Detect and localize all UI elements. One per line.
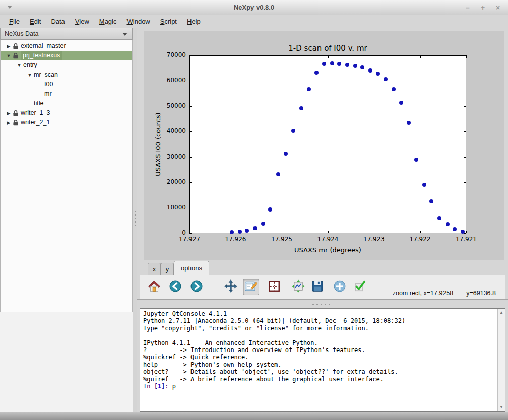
splitter-grip [312, 304, 333, 305]
tab-y[interactable]: y [161, 263, 174, 275]
menu-item-file[interactable]: File [4, 16, 25, 27]
tree-item-title[interactable]: title [1, 99, 132, 108]
console-input[interactable]: p [172, 383, 176, 390]
data-point [276, 172, 280, 176]
tick-mark [328, 231, 329, 233]
tick-mark [464, 233, 466, 234]
data-point [384, 77, 388, 81]
data-point [392, 87, 396, 91]
tick-mark [189, 208, 192, 208]
data-point [376, 72, 380, 76]
tree-item-I00[interactable]: I00 [1, 80, 132, 89]
menu-item-edit[interactable]: Edit [25, 16, 46, 27]
menu-item-window[interactable]: Window [122, 16, 155, 27]
customize-icon [292, 279, 305, 295]
save-button[interactable] [309, 279, 326, 295]
menu-item-magic[interactable]: Magic [94, 16, 122, 27]
data-point [337, 62, 341, 66]
menu-item-help[interactable]: Help [182, 16, 206, 27]
expander-collapsed-icon[interactable]: ▶ [5, 111, 13, 116]
console-text[interactable]: Jupyter QtConsole 4.1.1Python 2.7.11 |An… [140, 309, 497, 411]
menu-item-script[interactable]: Script [155, 16, 182, 27]
tick-mark [464, 131, 466, 132]
expander-expanded-icon[interactable]: ▼ [5, 53, 13, 58]
data-point [253, 226, 257, 230]
tree-item-mr_scan[interactable]: ▼mr_scan [1, 70, 132, 80]
data-point [314, 71, 319, 75]
main-panel: 1-D scan of I00 v. mr 17.92717.92617.925… [137, 28, 508, 412]
tree-item-external_master[interactable]: ▶external_master [1, 41, 132, 51]
console-scrollbar[interactable]: ▲ ▼ [497, 309, 505, 411]
customize-button[interactable] [290, 279, 306, 295]
y-tick-label: 10000 [144, 204, 186, 211]
home-icon [148, 279, 161, 295]
console-prompt-line[interactable]: In [1]: p [143, 383, 494, 390]
x-axis-label: USAXS mr (degrees) [189, 246, 466, 254]
plot-tab-bar: xyoptions [144, 260, 504, 275]
subplots-icon [268, 279, 281, 295]
tick-mark [374, 55, 374, 58]
console-line: IPython 4.1.1 -- An enhanced Interactive… [143, 339, 494, 346]
tree-item-label: writer_2_1 [21, 118, 50, 127]
x-tick-label: 17.925 [267, 236, 297, 243]
expander-collapsed-icon[interactable]: ▶ [5, 44, 13, 49]
tree-item-writer_2_1[interactable]: ▶writer_2_1 [1, 118, 132, 127]
tree-header[interactable]: NeXus Data [0, 28, 133, 40]
close-button[interactable]: × [493, 3, 503, 13]
data-point [414, 158, 418, 162]
horizontal-splitter[interactable] [137, 299, 508, 308]
tree-item-label: mr [44, 90, 52, 98]
home-button[interactable] [146, 279, 162, 295]
plot-axes[interactable] [189, 55, 466, 233]
plot-toolbar: zoom rect, x=17.9258y=69136.8 [140, 275, 505, 299]
zoom-rect-button[interactable] [243, 279, 259, 295]
tick-mark [420, 55, 421, 58]
expander-expanded-icon[interactable]: ▼ [15, 63, 23, 68]
data-point [284, 152, 288, 156]
splitter-grip [135, 211, 136, 228]
tab-x[interactable]: x [148, 263, 161, 275]
status-zoom-y: y=69136.8 [466, 290, 496, 297]
console-line: Python 2.7.11 |Anaconda 2.5.0 (64-bit)| … [143, 317, 494, 324]
x-tick-label: 17.926 [221, 236, 251, 243]
forward-button[interactable] [188, 279, 205, 295]
tree-item-entry[interactable]: ▼entry [1, 60, 132, 70]
accept-button[interactable] [352, 279, 368, 295]
pan-button[interactable] [223, 279, 239, 295]
jupyter-console[interactable]: Jupyter QtConsole 4.1.1Python 2.7.11 |An… [140, 308, 505, 412]
nexus-tree: ▶external_master▼prj_testnexus▼entry▼mr_… [0, 40, 133, 312]
tree-item-label: prj_testnexus [21, 51, 62, 60]
data-point [307, 87, 311, 91]
window-title: NeXpy v0.8.0 [0, 4, 508, 11]
tick-mark [236, 231, 236, 233]
data-point [437, 216, 441, 220]
expander-collapsed-icon[interactable]: ▶ [5, 120, 13, 125]
add-plot-button[interactable] [332, 279, 348, 295]
y-tick-label: 0 [144, 229, 186, 236]
tree-item-label: external_master [21, 42, 66, 50]
minimize-button[interactable]: – [463, 3, 473, 13]
maximize-button[interactable]: + [478, 3, 488, 13]
expander-expanded-icon[interactable]: ▼ [26, 73, 34, 78]
menu-item-view[interactable]: View [70, 16, 94, 27]
menu-item-data[interactable]: Data [46, 16, 70, 27]
data-point [238, 230, 242, 234]
console-line: Type "copyright", "credits" or "license"… [143, 325, 494, 332]
vertical-splitter[interactable] [133, 28, 137, 412]
tick-mark [189, 106, 192, 107]
tree-item-writer_1_3[interactable]: ▶writer_1_3 [1, 108, 132, 118]
x-tick-label: 17.922 [405, 236, 435, 243]
save-icon [311, 279, 324, 295]
plot-figure[interactable]: 1-D scan of I00 v. mr 17.92717.92617.925… [144, 31, 504, 260]
console-line: help -> Python's own help system. [143, 361, 494, 368]
tick-mark [189, 131, 192, 132]
scroll-up-icon[interactable]: ▲ [499, 310, 504, 315]
plot-title: 1-D scan of I00 v. mr [189, 44, 466, 53]
scroll-down-icon[interactable]: ▼ [499, 405, 504, 410]
tree-item-mr[interactable]: mr [1, 89, 132, 99]
tab-options[interactable]: options [174, 261, 209, 275]
data-point [299, 106, 303, 110]
tree-item-prj_testnexus[interactable]: ▼prj_testnexus [1, 51, 132, 60]
subplots-button[interactable] [266, 279, 282, 295]
back-button[interactable] [167, 279, 183, 295]
